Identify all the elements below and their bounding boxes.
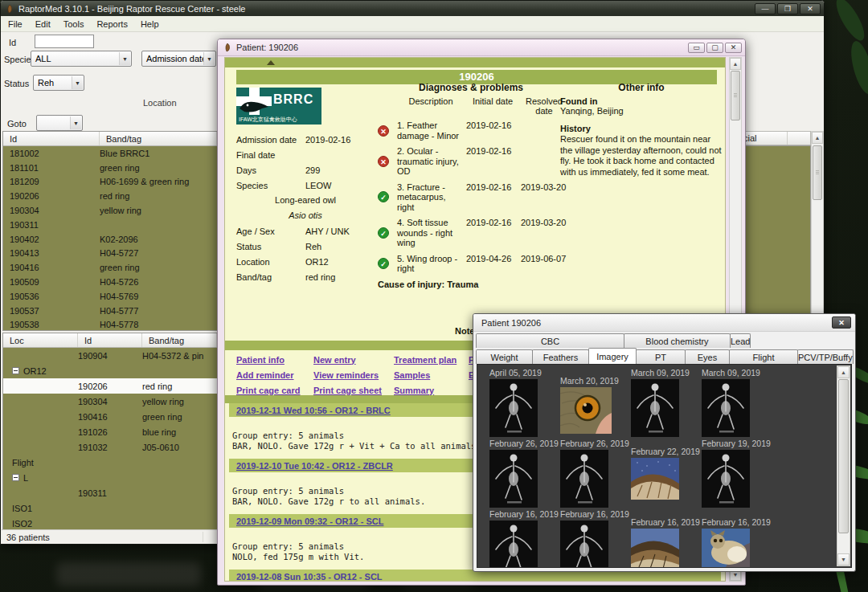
patient-action-link[interactable]: Samples <box>394 370 469 380</box>
patient-action-link[interactable]: Treatment plan <box>394 355 469 365</box>
entry-header-link[interactable]: 2019-12-10 Tue 10:42 - OR12 - ZBCLR <box>236 461 393 471</box>
goto-select[interactable]: ▼ <box>36 115 83 131</box>
patient-row[interactable]: 190509 H04-5726 <box>3 275 217 289</box>
tab[interactable]: Eyes <box>685 349 730 364</box>
patient-row[interactable]: 181209 H06-1699 & green ring <box>3 175 217 190</box>
tab[interactable]: Lead <box>730 333 751 348</box>
scroll-down-icon[interactable]: ▼ <box>837 553 850 565</box>
problem-row[interactable]: ✕ ✓ 5. Wing droop - right 2019-04-26 201… <box>378 254 564 274</box>
tab[interactable]: PCV/TP/Buffy <box>797 349 854 364</box>
thumbnail-image[interactable] <box>631 379 679 437</box>
problem-row[interactable]: ✕ ✓ 4. Soft tissue wounds - right wing 2… <box>378 218 564 248</box>
scroll-up-icon[interactable]: ▲ <box>812 132 823 144</box>
imagery-scrollbar[interactable]: ▲ ▼ <box>837 365 850 566</box>
thumbnail-image[interactable] <box>489 379 538 437</box>
thumbnail-image[interactable] <box>560 450 608 508</box>
sort-select[interactable]: Admission date▼ <box>141 51 216 67</box>
patient-action-link[interactable]: Patient info <box>236 355 313 365</box>
patient-row[interactable]: 190304 yellow ring <box>3 203 217 218</box>
scroll-up-icon[interactable]: ▲ <box>730 58 741 70</box>
close-button[interactable]: ✕ <box>800 3 821 14</box>
location-row[interactable]: 190416 green ring <box>3 409 217 424</box>
problem-row[interactable]: ✕ ✓ 2. Ocular - traumatic injury, OD 201… <box>378 146 564 177</box>
patient-action-link[interactable]: Add reminder <box>236 370 313 380</box>
location-row[interactable]: 190311 <box>3 485 217 500</box>
thumbnail-image[interactable] <box>560 521 608 568</box>
minimize-button[interactable]: — <box>755 3 776 14</box>
problem-row[interactable]: ✕ ✓ 3. Fracture - metacarpus, right 2019… <box>378 182 564 213</box>
id-input[interactable] <box>35 35 94 48</box>
thumbnail-image[interactable] <box>702 529 750 567</box>
location-row[interactable]: 191026 blue ring <box>3 424 217 439</box>
location-row[interactable]: ISO1 <box>3 500 217 516</box>
tab[interactable]: Blood chemistry <box>624 333 731 348</box>
location-row[interactable]: 190304 yellow ring <box>3 394 217 409</box>
menu-item[interactable]: File <box>8 19 23 29</box>
species-select[interactable]: ALL▼ <box>31 51 132 67</box>
entry-header-link[interactable]: 2019-12-11 Wed 10:56 - OR12 - BRLC <box>236 406 391 415</box>
menu-item[interactable]: Tools <box>63 19 84 29</box>
close-button[interactable]: ✕ <box>832 316 851 329</box>
location-row[interactable]: L <box>3 470 217 485</box>
location-row[interactable]: Flight <box>3 455 217 470</box>
scrollbar-thumb[interactable] <box>731 71 740 120</box>
patient-row[interactable]: 190206 red ring <box>3 189 217 203</box>
scrollbar-thumb[interactable] <box>813 145 822 200</box>
patient-row[interactable]: 181002 Blue BRRC1 <box>3 146 217 161</box>
tab[interactable]: Imagery <box>588 348 637 364</box>
patient-row[interactable]: 190538 H04-5778 <box>3 318 217 331</box>
tab[interactable]: CBC <box>476 333 624 348</box>
scrollbar-thumb[interactable] <box>838 379 849 533</box>
entry-header-link[interactable]: 2019-12-09 Mon 09:32 - OR12 - SCL <box>236 516 383 526</box>
location-row[interactable]: ISO2 <box>3 516 217 530</box>
collapse-toggle-icon[interactable] <box>12 367 19 374</box>
patient-row[interactable]: 190416 green ring <box>3 260 217 275</box>
location-table-header[interactable]: Loc Id Band/tag <box>3 333 217 348</box>
maximize-button[interactable]: ▢ <box>706 43 723 53</box>
thumbnail-image[interactable] <box>631 458 679 500</box>
entry-header-link[interactable]: 2019-12-08 Sun 10:35 - OR12 - SCL <box>236 572 383 582</box>
maximize-button[interactable]: ❐ <box>777 3 798 14</box>
minimize-button[interactable]: ▭ <box>688 43 705 53</box>
location-row[interactable]: 190904 H04-5372 & pin <box>3 348 217 363</box>
scroll-up-icon[interactable]: ▲ <box>837 366 850 378</box>
imagery-window-titlebar[interactable]: Patient 190206 ✕ <box>473 314 855 332</box>
location-row[interactable]: 190206 red ring <box>3 378 217 394</box>
patient-action-link[interactable]: Print cage sheet <box>313 386 394 395</box>
thumbnail-image[interactable] <box>560 387 612 434</box>
tab[interactable]: Weight <box>476 349 533 364</box>
patient-action-link[interactable]: Summary <box>394 386 469 395</box>
thumbnail-image[interactable] <box>702 379 750 437</box>
problem-row[interactable]: ✕ ✓ 1. Feather damage - Minor 2019-02-16 <box>378 120 564 141</box>
menu-item[interactable]: Help <box>141 19 159 29</box>
tab[interactable]: Flight <box>729 349 798 364</box>
collapse-toggle-icon[interactable] <box>12 474 19 481</box>
thumbnail-image[interactable] <box>702 450 750 508</box>
collapse-up-icon[interactable] <box>267 60 275 65</box>
patient-row[interactable]: 190311 <box>3 218 217 232</box>
tab[interactable]: Feathers <box>532 349 589 364</box>
patient-window-titlebar[interactable]: Patient: 190206 ▭ ▢ ✕ <box>218 39 745 56</box>
location-row[interactable]: 191032 J05-0610 <box>3 439 217 455</box>
patient-row[interactable]: 190537 H04-5777 <box>3 304 217 318</box>
tab[interactable]: PT <box>636 349 686 364</box>
collapse-strip[interactable] <box>225 58 725 67</box>
patient-table-header[interactable]: Id Band/tag <box>3 132 217 146</box>
location-row[interactable]: OR12 <box>3 363 217 378</box>
thumbnail-image[interactable] <box>631 529 679 568</box>
status-select[interactable]: Reh▼ <box>33 75 84 91</box>
patient-row[interactable]: 190413 H04-5727 <box>3 247 217 261</box>
patient-action-link[interactable]: Print cage card <box>236 386 313 395</box>
patient-row[interactable]: 190402 K02-2096 <box>3 232 217 247</box>
thumbnail-image[interactable] <box>489 450 538 508</box>
patient-row[interactable]: 181101 green ring <box>3 161 217 175</box>
menu-item[interactable]: Reports <box>96 19 128 29</box>
close-button[interactable]: ✕ <box>725 43 742 53</box>
info-row: Band/tagred ring <box>236 269 375 284</box>
patient-action-link[interactable]: View reminders <box>313 370 394 380</box>
menu-item[interactable]: Edit <box>35 19 51 29</box>
thumbnail-image[interactable] <box>489 521 538 568</box>
main-window-titlebar[interactable]: RaptorMed 3.10.1 - Beijing Raptor Rescue… <box>1 1 824 16</box>
patient-row[interactable]: 190536 H04-5769 <box>3 289 217 304</box>
patient-action-link[interactable]: New entry <box>313 355 394 365</box>
